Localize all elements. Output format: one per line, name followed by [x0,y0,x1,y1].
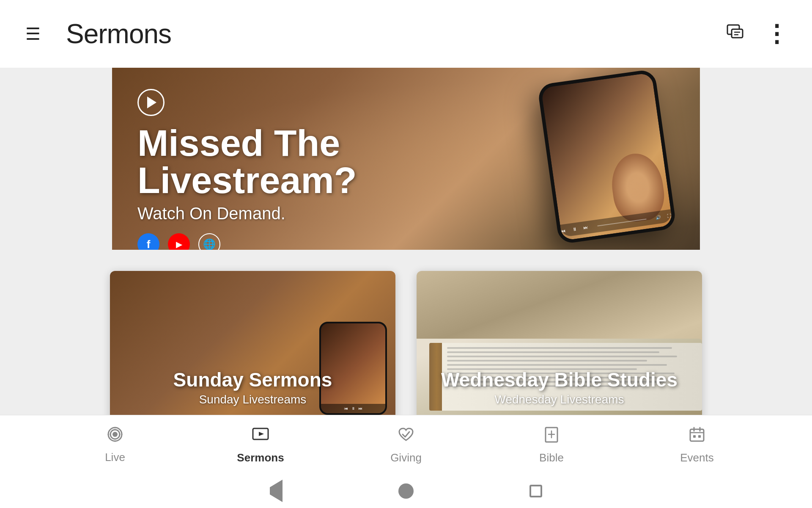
hero-social-icons: f ▶ 🌐 [137,233,357,250]
main-content: ⏮ ⏸ ⏭ 🔊 ⛶ Missed The Livestream? Watch O… [0,68,812,415]
sermons-icon [251,425,270,448]
more-options-icon[interactable]: ⋮ [765,22,787,46]
svg-rect-10 [690,429,704,441]
nav-label-giving: Giving [390,451,422,464]
wednesday-card-subtitle: Wednesday Livestreams [417,393,702,406]
sunday-card-text: Sunday Sermons Sunday Livestreams [110,368,395,406]
svg-marker-6 [259,432,264,436]
menu-icon[interactable]: ☰ [25,24,41,44]
hero-phone-mockup: ⏮ ⏸ ⏭ 🔊 ⛶ [472,76,666,246]
header-actions: ⋮ [726,22,787,46]
chat-icon[interactable] [726,22,744,45]
hero-title: Missed The Livestream? [137,124,357,199]
nav-label-sermons: Sermons [237,451,284,464]
nav-label-events: Events [680,451,714,464]
recents-button[interactable] [528,483,543,499]
svg-rect-14 [693,435,696,438]
svg-rect-1 [732,29,743,38]
wednesday-card-text: Wednesday Bible Studies Wednesday Livest… [417,368,702,406]
system-navigation [0,474,812,508]
back-button[interactable] [269,483,284,499]
home-button[interactable] [398,483,414,499]
phone-body: ⏮ ⏸ ⏭ 🔊 ⛶ [537,69,677,244]
bottom-navigation: Live Sermons Giving Bib [0,415,812,474]
nav-item-live[interactable]: Live [85,425,145,464]
bible-icon [542,425,561,448]
nav-item-giving[interactable]: Giving [376,425,436,464]
svg-point-4 [112,432,118,437]
giving-icon [397,425,415,448]
facebook-icon[interactable]: f [137,233,159,250]
nav-label-bible: Bible [539,451,564,464]
wednesday-bible-card[interactable]: Wednesday Bible Studies Wednesday Livest… [417,271,702,415]
sunday-card-subtitle: Sunday Livestreams [110,393,395,406]
nav-item-events[interactable]: Events [667,425,727,464]
hero-subtitle: Watch On Demand. [137,204,357,223]
hero-play-button[interactable] [137,89,165,116]
website-icon[interactable]: 🌐 [198,233,220,250]
cards-section: ⏮ ⏸ ⏭ Sunday Sermons Sunday Livestreams [0,250,812,415]
svg-rect-15 [698,435,701,438]
app-header: ☰ Sermons ⋮ [0,0,812,68]
events-icon [688,425,706,448]
hero-banner[interactable]: ⏮ ⏸ ⏭ 🔊 ⛶ Missed The Livestream? Watch O… [112,68,700,250]
live-icon [106,425,124,447]
hero-text-block: Missed The Livestream? Watch On Demand. … [137,89,357,250]
sunday-sermons-card[interactable]: ⏮ ⏸ ⏭ Sunday Sermons Sunday Livestreams [110,271,395,415]
nav-item-sermons[interactable]: Sermons [231,425,290,464]
nav-item-bible[interactable]: Bible [522,425,581,464]
nav-label-live: Live [105,451,125,464]
page-title: Sermons [66,18,171,50]
sunday-card-title: Sunday Sermons [110,368,395,391]
wednesday-card-title: Wednesday Bible Studies [417,368,702,391]
youtube-icon[interactable]: ▶ [168,233,190,250]
